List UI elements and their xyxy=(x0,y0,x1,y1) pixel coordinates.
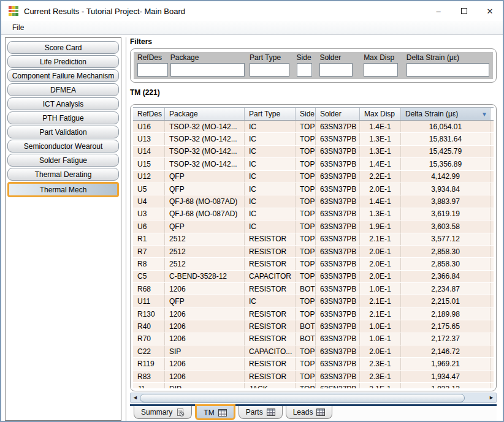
table-row[interactable]: R1191206RESISTORTOP63SN37PB2.3E-11,969.2… xyxy=(133,358,494,370)
sidebar-item-ict-analysis[interactable]: ICT Analysis xyxy=(7,97,119,110)
sidebar-item-thermal-derating[interactable]: Thermal Derating xyxy=(7,168,119,181)
table-row[interactable]: U6QFPICTOP63SN37PB1.9E-13,603.58 xyxy=(133,220,494,233)
table-row[interactable]: U14TSOP-32 (MO-142...ICTOP63SN37PB1.3E-1… xyxy=(133,146,494,158)
filter-input-part-type[interactable] xyxy=(250,63,289,77)
table-cell: RESISTOR xyxy=(245,233,296,245)
table-cell: R1 xyxy=(133,233,165,245)
table-cell: R40 xyxy=(133,320,165,332)
table-cell: 63SN37PB xyxy=(316,333,360,345)
table-row[interactable]: J1DIPJACKTOP63SN37PB2.1E-11,933.13 xyxy=(133,383,494,388)
table-row[interactable]: R1301206RESISTORTOP63SN37PB2.1E-12,189.9… xyxy=(133,308,494,320)
table-row[interactable]: R82512RESISTORTOP63SN37PB2.0E-12,858.30 xyxy=(133,258,494,270)
table-cell: 2.1E-1 xyxy=(360,383,401,388)
filter-input-solder[interactable] xyxy=(319,63,353,77)
filter-input-max-disp[interactable] xyxy=(364,63,398,77)
sidebar-item-component-failure-mechanism[interactable]: Component Failure Mechanism xyxy=(7,69,119,82)
column-header-max-disp[interactable]: Max Disp xyxy=(360,108,401,120)
sidebar-item-pth-fatigue[interactable]: PTH Fatigue xyxy=(7,111,119,124)
app-window: Current Results - Tutorial Project- Main… xyxy=(0,0,504,422)
table-cell: QFJ-68 (MO-087AD) xyxy=(165,208,245,220)
table-row[interactable]: U13TSOP-32 (MO-142...ICTOP63SN37PB1.3E-1… xyxy=(133,133,494,145)
column-header-refdes[interactable]: RefDes xyxy=(133,108,165,120)
table-cell: 2,189.98 xyxy=(401,308,491,320)
table-row[interactable]: U16TSOP-32 (MO-142...ICTOP63SN37PB1.4E-1… xyxy=(133,121,494,133)
table-cell: U13 xyxy=(133,133,165,145)
table-row[interactable]: R701206RESISTORBOT63SN37PB1.0E-12,172.37 xyxy=(133,333,494,345)
table-row[interactable]: R72512RESISTORTOP63SN37PB2.0E-12,858.30 xyxy=(133,246,494,258)
sidebar-item-dfmea[interactable]: DFMEA xyxy=(7,83,119,96)
table-row[interactable]: U3QFJ-68 (MO-087AD)ICTOP63SN37PB1.3E-13,… xyxy=(133,208,494,220)
sidebar-item-part-validation[interactable]: Part Validation xyxy=(7,126,119,138)
column-header-package[interactable]: Package xyxy=(165,108,245,120)
table-row[interactable]: R12512RESISTORTOP63SN37PB2.1E-13,577.12 xyxy=(133,233,494,246)
table-row[interactable]: U4QFJ-68 (MO-087AD)ICTOP63SN37PB1.4E-13,… xyxy=(133,195,494,208)
tab-parts[interactable]: Parts xyxy=(239,406,283,419)
sidebar-item-life-prediction[interactable]: Life Prediction xyxy=(7,55,119,68)
close-button[interactable]: ✕ xyxy=(477,1,503,21)
sidebar-item-thermal-mech[interactable]: Thermal Mech xyxy=(7,182,119,197)
table-cell: TOP xyxy=(296,121,316,132)
scroll-right-arrow-icon[interactable]: ► xyxy=(487,393,496,402)
table-cell: 15,425.79 xyxy=(401,146,491,157)
table-row[interactable]: U15TSOP-32 (MO-142...ICTOP63SN37PB1.4E-1… xyxy=(133,158,494,170)
table-row[interactable]: C22SIPCAPACITO...TOP63SN37PB2.0E-12,146.… xyxy=(133,345,494,358)
filter-column: Part Type xyxy=(250,53,289,78)
filter-input-side[interactable] xyxy=(297,63,313,77)
sidebar-item-semiconductor-wearout[interactable]: Semiconductor Wearout xyxy=(7,140,119,153)
table-row[interactable]: R831206RESISTORTOP63SN37PB2.3E-11,934.47 xyxy=(133,371,494,383)
filter-input-refdes[interactable] xyxy=(137,63,168,77)
table-cell: C5 xyxy=(133,271,165,282)
table-icon xyxy=(316,409,325,416)
sidebar-item-solder-fatigue[interactable]: Solder Fatigue xyxy=(7,154,119,167)
table-cell: 2.3E-1 xyxy=(360,358,401,369)
table-cell: 1.4E-1 xyxy=(360,158,401,170)
table-cell: TOP xyxy=(296,183,316,195)
table-cell: QFP xyxy=(165,295,245,307)
close-icon: ✕ xyxy=(487,7,494,16)
filter-input-package[interactable] xyxy=(170,63,245,77)
table-cell: RESISTOR xyxy=(245,358,296,369)
scroll-left-arrow-icon[interactable]: ◄ xyxy=(131,393,140,402)
table-cell: TOP xyxy=(296,258,316,269)
table-cell: 2,858.30 xyxy=(401,258,491,269)
table-cell: U11 xyxy=(133,295,165,307)
sidebar: Score CardLife PredictionComponent Failu… xyxy=(5,37,121,421)
minimize-button[interactable]: – xyxy=(426,1,451,21)
filter-input-delta-strain-[interactable] xyxy=(407,63,489,77)
sidebar-item-score-card[interactable]: Score Card xyxy=(7,41,119,54)
tab-summary[interactable]: Summary xyxy=(134,406,192,419)
table-cell: 63SN37PB xyxy=(316,146,360,157)
table-cell: 4,142.99 xyxy=(401,171,491,183)
table-cell: 2.0E-1 xyxy=(360,271,401,282)
table-cell: TOP xyxy=(296,358,316,369)
table-cell: 1,969.21 xyxy=(401,358,491,369)
table-cell: R7 xyxy=(133,246,165,257)
table-cell: BOT xyxy=(296,283,316,295)
column-header-delta-strain-[interactable]: Delta Strain (με)▼ xyxy=(401,108,491,120)
table-cell: 1.3E-1 xyxy=(360,146,401,157)
table-cell: 63SN37PB xyxy=(316,133,360,145)
table-row[interactable]: U11QFPICTOP63SN37PB2.1E-12,215.01 xyxy=(133,295,494,307)
sort-desc-arrow-icon: ▼ xyxy=(481,111,487,118)
column-header-side[interactable]: Side xyxy=(296,108,316,120)
table-row[interactable]: U12QFPICTOP63SN37PB2.2E-14,142.99 xyxy=(133,171,494,183)
tab-leads[interactable]: Leads xyxy=(286,406,333,419)
sidebar-splitter[interactable] xyxy=(121,37,126,421)
table-cell: 2.3E-1 xyxy=(360,371,401,382)
table-row[interactable]: U5QFPICTOP63SN37PB2.0E-13,934.84 xyxy=(133,183,494,195)
maximize-button[interactable] xyxy=(451,1,477,21)
table-row[interactable]: C5C-BEND-3528-12CAPACITORTOP63SN37PB2.0E… xyxy=(133,271,494,283)
tab-tm[interactable]: TM xyxy=(195,404,235,420)
table-cell: U16 xyxy=(133,121,165,132)
table-cell: TOP xyxy=(296,246,316,257)
menu-item-file[interactable]: File xyxy=(7,22,29,33)
column-header-part-type[interactable]: Part Type xyxy=(245,108,296,120)
table-cell: 63SN37PB xyxy=(316,283,360,295)
scrollbar-thumb[interactable] xyxy=(140,394,465,402)
column-header-solder[interactable]: Solder xyxy=(316,108,360,120)
table-row[interactable]: R681206RESISTORBOT63SN37PB1.0E-12,234.87 xyxy=(133,283,494,295)
table-cell: 63SN37PB xyxy=(316,295,360,307)
table-row[interactable]: R401206RESISTORBOT63SN37PB1.0E-12,175.65 xyxy=(133,320,494,333)
minimize-icon: – xyxy=(436,7,440,16)
table-cell: BOT xyxy=(296,333,316,345)
